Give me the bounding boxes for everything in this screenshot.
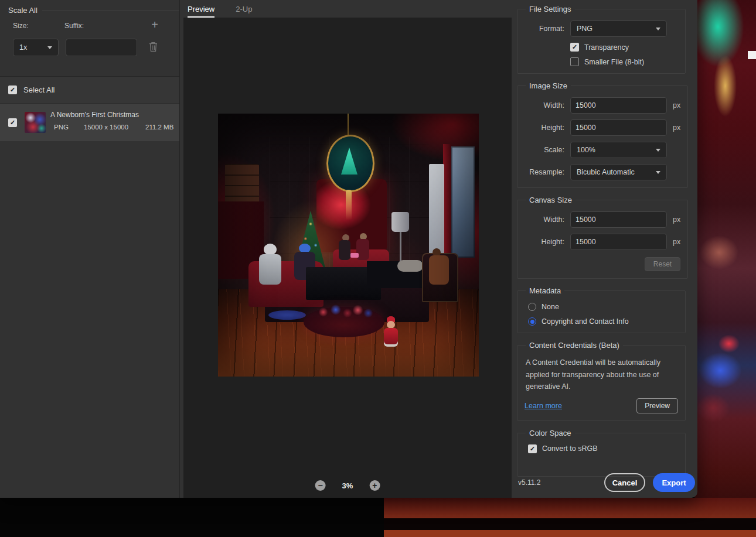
tab-preview[interactable]: Preview — [188, 5, 214, 18]
scale-all-title-label: Scale All — [8, 6, 38, 15]
canvas-size-section: Canvas Size Width: px Height: px Reset — [517, 196, 688, 279]
image-size-title: Image Size — [526, 81, 571, 90]
metadata-copyright-label: Copyright and Contact Info — [542, 317, 629, 326]
size-label: Size: — [13, 22, 29, 30]
file-list-item[interactable]: ✓ A Newborn's First Christmas PNG 15000 … — [0, 104, 179, 141]
content-credentials-description: A Content Credential will be automatical… — [526, 357, 677, 393]
learn-more-link[interactable]: Learn more — [525, 402, 562, 410]
preview-canvas[interactable]: − 3% + — [183, 18, 512, 498]
scale-value: 100% — [577, 146, 595, 154]
art-vignette — [218, 114, 479, 377]
chevron-down-icon — [47, 46, 52, 49]
background-dark-band — [384, 518, 756, 530]
format-label: Format: — [525, 25, 564, 33]
plus-icon: + — [151, 18, 158, 32]
canvas-width-unit: px — [673, 216, 680, 224]
minus-icon: − — [318, 481, 323, 490]
item-checkbox[interactable]: ✓ — [8, 118, 17, 127]
reset-button[interactable]: Reset — [645, 257, 680, 271]
cancel-button[interactable]: Cancel — [604, 473, 645, 492]
scale-select[interactable]: 100% — [570, 142, 667, 158]
chevron-down-icon — [656, 149, 660, 152]
convert-srgb-label: Convert to sRGB — [542, 444, 597, 453]
image-height-input[interactable] — [570, 119, 667, 136]
canvas-height-label: Height: — [525, 238, 564, 246]
color-space-section: Color Space ✓ Convert to sRGB — [517, 429, 686, 477]
scale-label: Scale: — [525, 146, 564, 154]
dialog-footer: v5.11.2 Cancel Export — [513, 472, 695, 493]
plus-icon: + — [372, 481, 377, 490]
canvas-width-input[interactable] — [570, 211, 667, 228]
scale-all-title: Scale All — [8, 6, 179, 15]
file-dimensions: 15000 x 15000 — [84, 124, 128, 131]
background-wood-floor — [384, 498, 756, 518]
file-format: PNG — [54, 124, 69, 131]
background-white-artifact — [748, 51, 756, 59]
select-all-label: Select All — [23, 85, 55, 94]
file-settings-title: File Settings — [526, 5, 575, 13]
metadata-section: Metadata None Copyright and Contact Info — [517, 286, 686, 333]
convert-srgb-checkbox[interactable]: ✓ — [528, 444, 537, 453]
check-icon: ✓ — [572, 43, 577, 51]
settings-panel: File Settings Format: PNG ✓ Transparency — [513, 0, 697, 498]
chevron-down-icon — [656, 171, 660, 174]
image-size-section: Image Size Width: px Height: px Scale: 1… — [517, 81, 688, 188]
check-icon: ✓ — [10, 119, 15, 126]
file-settings-section: File Settings Format: PNG ✓ Transparency — [517, 5, 686, 74]
transparency-label: Transparency — [584, 43, 629, 52]
image-height-label: Height: — [525, 124, 564, 132]
metadata-none-label: None — [542, 303, 559, 311]
canvas-height-input[interactable] — [570, 234, 667, 250]
chevron-down-icon — [656, 28, 660, 30]
smaller-file-label: Smaller File (8-bit) — [584, 58, 644, 66]
image-width-input[interactable] — [570, 97, 667, 114]
canvas-width-label: Width: — [525, 216, 564, 224]
resample-value: Bicubic Automatic — [577, 168, 635, 176]
content-credentials-section: Content Credentials (Beta) A Content Cre… — [517, 341, 686, 421]
transparency-checkbox[interactable]: ✓ — [570, 43, 579, 52]
delete-scale-button[interactable] — [148, 41, 158, 54]
file-title: A Newborn's First Christmas — [50, 111, 139, 119]
suffix-label: Suffix: — [64, 22, 84, 30]
add-scale-button[interactable]: + — [148, 18, 162, 32]
left-panel: Scale All Size: Suffix: + 1x — [0, 0, 180, 498]
format-select[interactable]: PNG — [570, 20, 667, 37]
check-icon: ✓ — [530, 445, 535, 453]
photoshop-export-as-screen: Scale All Size: Suffix: + 1x — [0, 0, 756, 537]
format-value: PNG — [577, 25, 592, 33]
metadata-title: Metadata — [526, 286, 564, 295]
scale-size-select[interactable]: 1x — [13, 39, 59, 56]
tab-2up[interactable]: 2-Up — [236, 5, 252, 16]
preview-image — [218, 114, 479, 377]
background-canvas-right — [694, 0, 756, 537]
content-credentials-title: Content Credentials (Beta) — [526, 341, 623, 350]
color-space-title: Color Space — [526, 429, 575, 437]
zoom-controls: − 3% + — [315, 480, 380, 491]
canvas-size-title: Canvas Size — [526, 196, 575, 204]
suffix-input[interactable] — [66, 39, 137, 56]
scale-size-value: 1x — [19, 43, 27, 52]
image-width-unit: px — [673, 101, 680, 110]
version-label: v5.11.2 — [518, 478, 540, 487]
preview-area: Preview 2-Up — [179, 0, 513, 498]
check-icon: ✓ — [10, 86, 15, 94]
image-height-unit: px — [673, 124, 680, 132]
export-as-dialog: Scale All Size: Suffix: + 1x — [0, 0, 697, 498]
export-button[interactable]: Export — [653, 473, 695, 492]
resample-select[interactable]: Bicubic Automatic — [570, 164, 667, 180]
file-thumbnail — [25, 112, 46, 133]
select-all-row[interactable]: ✓ Select All — [0, 77, 179, 104]
image-width-label: Width: — [525, 101, 564, 110]
credentials-preview-button[interactable]: Preview — [636, 398, 678, 413]
background-bright-floor — [384, 530, 756, 537]
file-size: 211.2 MB — [145, 124, 173, 131]
select-all-checkbox[interactable]: ✓ — [8, 85, 17, 94]
canvas-height-unit: px — [673, 238, 680, 246]
zoom-out-button[interactable]: − — [315, 480, 326, 491]
metadata-copyright-radio[interactable] — [528, 317, 536, 326]
zoom-level: 3% — [342, 481, 353, 490]
trash-icon — [148, 41, 158, 52]
smaller-file-checkbox[interactable] — [570, 57, 579, 66]
zoom-in-button[interactable]: + — [369, 480, 380, 491]
metadata-none-radio[interactable] — [528, 303, 536, 311]
